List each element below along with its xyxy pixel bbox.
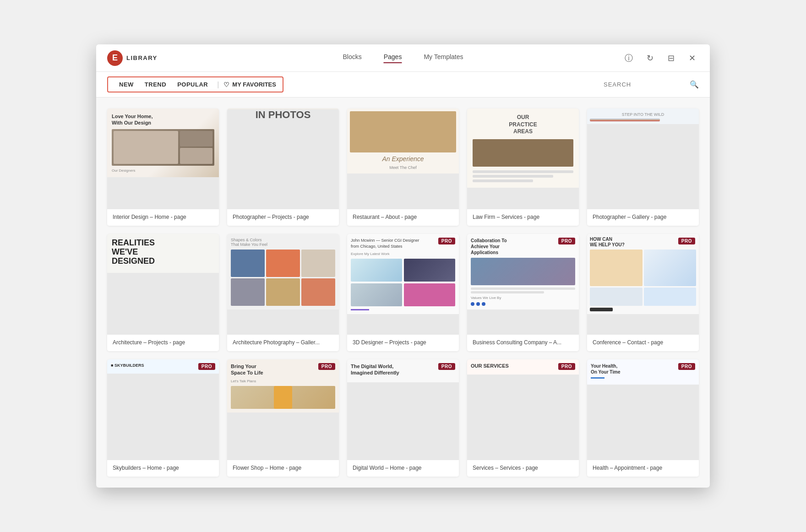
thumb-digital: PRO The Digital World,Imagined Different… xyxy=(347,359,459,460)
card-architecture-photography[interactable]: Shapes & ColorsThat Make You Feel Archit… xyxy=(227,234,339,351)
card-interior-design[interactable]: Love Your Home,With Our Design Our Desig… xyxy=(107,109,219,226)
card-label: 3D Designer – Projects - page xyxy=(347,335,459,351)
biz-dot-1 xyxy=(471,302,474,306)
flower-pot xyxy=(274,386,292,409)
stories-in-photos-text: STORIESIN PHOTOS xyxy=(256,109,311,121)
card-law-firm[interactable]: OURPRACTICEAREAS Law Firm – Services - p… xyxy=(467,109,579,226)
thumb-architecture: REALITIESWE'VEDESIGNED xyxy=(107,234,219,335)
flower-image xyxy=(231,386,335,409)
thumb-arch-photo: Shapes & ColorsThat Make You Feel xyxy=(227,234,339,335)
filter-trend[interactable]: TREND xyxy=(140,80,171,89)
logo-area: E LIBRARY xyxy=(107,50,180,66)
work-cell-1 xyxy=(351,259,402,282)
card-label: Services – Services - page xyxy=(467,460,579,477)
pro-badge: PRO xyxy=(198,363,215,370)
tab-my-templates[interactable]: My Templates xyxy=(424,53,463,63)
search-icon[interactable]: 🔍 xyxy=(690,80,699,89)
conf-cell-4 xyxy=(644,288,697,306)
card-business-consulting[interactable]: PRO Collaboration ToAchieve YourApplicat… xyxy=(467,234,579,351)
card-conference[interactable]: PRO HOW CANWE HELP YOU? Conference – Con… xyxy=(587,234,699,351)
heart-icon: ♡ xyxy=(223,81,229,88)
card-label: Flower Shop – Home - page xyxy=(227,460,339,477)
work-cell-4 xyxy=(404,283,455,306)
interior-right-bottom xyxy=(180,148,212,164)
refresh-button[interactable]: ↻ xyxy=(643,51,657,65)
apc-6 xyxy=(301,278,335,306)
card-services[interactable]: PRO OUR SERVICES Services – Services - p… xyxy=(467,359,579,477)
card-label: Photographer – Gallery - page xyxy=(587,209,699,226)
thumb-skybuilders: PRO ■ SKYBUILDERS xyxy=(107,359,219,460)
biz-dots xyxy=(471,302,575,306)
health-accent xyxy=(591,377,604,379)
biz-image xyxy=(471,258,575,285)
save-button[interactable]: ⊟ xyxy=(664,51,678,65)
filter-favorites[interactable]: ♡ MY FAVORITES xyxy=(223,81,276,88)
card-label: Digital World – Home - page xyxy=(347,460,459,477)
card-photographer-gallery[interactable]: STEP INTO THE WILD Photographer – Galler… xyxy=(587,109,699,226)
card-architecture-projects[interactable]: REALITIESWE'VEDESIGNED Architecture – Pr… xyxy=(107,234,219,351)
apc-1 xyxy=(231,250,265,277)
law-title: OURPRACTICEAREAS xyxy=(473,114,573,136)
tab-blocks[interactable]: Blocks xyxy=(343,53,361,63)
biz-values: Values We Live By xyxy=(471,296,575,300)
card-skybuilders[interactable]: PRO ■ SKYBUILDERS Skybuilders – Home - p… xyxy=(107,359,219,477)
rest-subtitle: Meet The Chef xyxy=(350,165,456,170)
search-input[interactable] xyxy=(604,81,686,88)
apc-3 xyxy=(301,250,335,277)
biz-line-1 xyxy=(471,288,575,290)
work-cell-3 xyxy=(351,283,402,306)
filter-popular[interactable]: POPULAR xyxy=(173,80,212,89)
designer-subtitle: Explore My Latest Work xyxy=(351,252,455,256)
filter-new[interactable]: NEW xyxy=(114,80,138,89)
pro-badge: PRO xyxy=(558,363,575,370)
thumb-law-firm: OURPRACTICEAREAS xyxy=(467,109,579,209)
interior-right-top xyxy=(180,131,212,147)
thumb-flower: PRO Bring YourSpace To Life Let's Talk P… xyxy=(227,359,339,460)
rest-top-image xyxy=(350,111,456,152)
card-health[interactable]: PRO Your Health,On Your Time Health – Ap… xyxy=(587,359,699,477)
filter-separator: | xyxy=(217,81,219,89)
law-image xyxy=(473,139,573,167)
nav-tabs: Blocks Pages My Templates xyxy=(343,53,463,63)
thumb-photographer-gallery: STEP INTO THE WILD xyxy=(587,109,699,209)
content-area: Love Your Home,With Our Design Our Desig… xyxy=(96,98,710,488)
card-label: Interior Design – Home - page xyxy=(107,209,219,226)
flower-subtitle: Let's Talk Plans xyxy=(231,379,335,383)
card-flower-shop[interactable]: PRO Bring YourSpace To Life Let's Talk P… xyxy=(227,359,339,477)
info-button[interactable]: ⓘ xyxy=(622,51,636,65)
interior-right xyxy=(180,131,212,164)
biz-line-2 xyxy=(471,291,544,293)
apc-5 xyxy=(266,278,300,306)
thumb-restaurant: An Experience Meet The Chef xyxy=(347,109,459,209)
thumb-health: PRO Your Health,On Your Time xyxy=(587,359,699,460)
card-3d-designer[interactable]: PRO John Mcwinn — Senior CGI Designerfro… xyxy=(347,234,459,351)
close-button[interactable]: ✕ xyxy=(685,51,699,65)
pro-badge: PRO xyxy=(558,238,575,244)
conf-button-shape xyxy=(590,308,613,311)
biz-dot-2 xyxy=(476,302,480,306)
law-lines xyxy=(473,170,573,182)
designer-accent xyxy=(351,309,369,310)
card-label: Law Firm – Services - page xyxy=(467,209,579,226)
card-digital-world[interactable]: PRO The Digital World,Imagined Different… xyxy=(347,359,459,477)
thumb-interior-design: Love Your Home,With Our Design Our Desig… xyxy=(107,109,219,209)
designer-works xyxy=(351,259,455,306)
card-photographer-projects[interactable]: STORIESIN PHOTOS Photographer – Projects… xyxy=(227,109,339,226)
thumb-image xyxy=(112,129,214,166)
header-actions: ⓘ ↻ ⊟ ✕ xyxy=(622,51,699,65)
pro-badge: PRO xyxy=(318,363,335,370)
pro-badge: PRO xyxy=(438,363,455,370)
thumb-3d-designer: PRO John Mcwinn — Senior CGI Designerfro… xyxy=(347,234,459,335)
law-line-3 xyxy=(473,179,533,182)
biz-lines xyxy=(471,288,575,293)
work-cell-2 xyxy=(404,259,455,282)
thumb-services: PRO OUR SERVICES xyxy=(467,359,579,460)
cards-grid: Love Your Home,With Our Design Our Desig… xyxy=(107,109,699,477)
card-label: Photographer – Projects - page xyxy=(227,209,339,226)
thumb-text: Love Your Home,With Our Design xyxy=(112,113,214,126)
interior-image xyxy=(112,129,214,166)
card-restaurant[interactable]: An Experience Meet The Chef Restaurant –… xyxy=(347,109,459,226)
pro-badge: PRO xyxy=(438,238,455,244)
card-label: Business Consulting Company – A... xyxy=(467,335,579,351)
tab-pages[interactable]: Pages xyxy=(384,53,402,63)
